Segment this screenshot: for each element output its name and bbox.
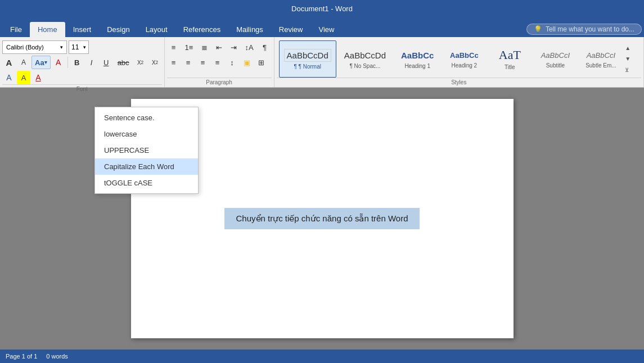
text-effects-button[interactable]: A [2, 71, 16, 84]
align-center-button[interactable]: ≡ [182, 56, 195, 69]
style-subtle-emphasis[interactable]: AaBbCcI Subtle Em... [578, 40, 623, 78]
align-left-button[interactable]: ≡ [167, 56, 181, 69]
tab-file[interactable]: File [2, 22, 30, 37]
word-count: 0 words [46, 353, 68, 360]
align-right-button[interactable]: ≡ [196, 56, 210, 69]
strikethrough-button[interactable]: abc [114, 56, 133, 69]
bold-button[interactable]: B [70, 56, 84, 69]
tab-mailings[interactable]: Mailings [228, 22, 271, 37]
page-indicator: Page 1 of 1 [6, 353, 37, 360]
ribbon-tabs-row: File Home Insert Design Layout Reference… [0, 17, 644, 37]
no-spacing-preview: AaBbCcDd [342, 49, 388, 61]
tab-review[interactable]: Review [271, 22, 311, 37]
normal-preview: AaBbCcDd [284, 49, 331, 62]
superscript-button[interactable]: X2 [148, 56, 162, 69]
font-section-label: Font [2, 84, 162, 93]
style-subtitle[interactable]: AaBbCcI Subtitle [533, 40, 578, 78]
text-highlight-button[interactable]: A [17, 71, 30, 84]
heading1-label: Heading 1 [404, 63, 430, 69]
title-label: Title [505, 64, 515, 70]
status-bar: Page 1 of 1 0 words [0, 350, 644, 363]
paragraph-section-label: Paragraph [167, 78, 272, 86]
tell-me-bar[interactable]: 💡 Tell me what you want to do... [526, 24, 642, 35]
font-size-value: 11 [71, 43, 79, 51]
style-heading1[interactable]: AaBbCc Heading 1 [394, 40, 441, 78]
heading1-preview: AaBbCc [399, 49, 436, 61]
tab-references[interactable]: References [175, 22, 228, 37]
font-grow-button[interactable]: A [2, 56, 16, 69]
ribbon-toolbar: Calibri (Body) ▾ 11 ▾ A A Aa▾ A B [0, 37, 644, 88]
font-name-arrow: ▾ [60, 44, 63, 50]
no-spacing-label: ¶ No Spac... [349, 63, 380, 69]
borders-button[interactable]: ⊞ [255, 56, 268, 69]
shading-button[interactable]: ▣ [240, 56, 254, 69]
styles-section-label: Styles [277, 78, 641, 86]
tab-design[interactable]: Design [99, 22, 137, 37]
bullets-button[interactable]: ≡ [167, 40, 181, 54]
font-size-arrow: ▾ [83, 44, 86, 50]
styles-scroll-arrows[interactable]: ▲ ▼ ⊻ [624, 40, 632, 78]
subtle-em-preview: AaBbCcI [584, 50, 618, 61]
font-section: Calibri (Body) ▾ 11 ▾ A A Aa▾ A B [0, 37, 165, 87]
subscript-button[interactable]: X2 [134, 56, 147, 69]
menu-item-capitalize-each-word[interactable]: Capitalize Each Word [95, 158, 198, 175]
divider [67, 57, 68, 68]
style-no-spacing[interactable]: AaBbCcDd ¶ No Spac... [337, 40, 393, 78]
menu-item-toggle-case[interactable]: tOGGLE cASE [95, 175, 198, 191]
app-window: Document1 - Word File Home Insert Design… [0, 0, 644, 363]
decrease-indent-button[interactable]: ⇤ [212, 40, 226, 54]
underline-button[interactable]: U [100, 56, 113, 69]
subtle-em-label: Subtle Em... [586, 62, 616, 69]
heading2-label: Heading 2 [452, 62, 478, 69]
font-name-dropdown[interactable]: Calibri (Body) ▾ [2, 40, 67, 54]
clear-formatting-button[interactable]: A [52, 56, 65, 69]
style-title[interactable]: AaT Title [487, 40, 532, 78]
font-color-button[interactable]: A [31, 71, 45, 84]
subtitle-preview: AaBbCcI [539, 50, 572, 61]
font-size-dropdown[interactable]: 11 ▾ [69, 40, 89, 54]
change-case-dropdown: Sentence case. lowercase UPPERCASE Capit… [94, 107, 199, 194]
styles-section: AaBbCcDd ¶ ¶ Normal AaBbCcDd ¶ No Spac..… [274, 37, 644, 87]
numbering-button[interactable]: 1≡ [182, 40, 197, 54]
font-shrink-button[interactable]: A [17, 56, 30, 69]
tab-view[interactable]: View [310, 22, 342, 37]
tab-home[interactable]: Home [30, 22, 65, 37]
title-preview: AaT [497, 48, 523, 62]
style-normal[interactable]: AaBbCcDd ¶ ¶ Normal [279, 40, 336, 78]
document-title: Document1 - Word [291, 4, 353, 13]
italic-button[interactable]: I [85, 56, 98, 69]
tab-insert[interactable]: Insert [65, 22, 100, 37]
menu-item-sentence-case[interactable]: Sentence case. [95, 110, 198, 126]
justify-button[interactable]: ≡ [211, 56, 224, 69]
normal-label: ¶ ¶ Normal [294, 63, 321, 70]
tab-layout[interactable]: Layout [138, 22, 175, 37]
selected-text-block: Chuyển trực tiếp chức năng có sẵn trên W… [224, 208, 419, 229]
heading2-preview: AaBbCc [448, 50, 481, 61]
title-bar: Document1 - Word [0, 0, 644, 17]
ribbon-tabs: File Home Insert Design Layout Reference… [2, 22, 342, 37]
menu-item-uppercase[interactable]: UPPERCASE [95, 142, 198, 158]
subtitle-label: Subtitle [546, 62, 565, 69]
paragraph-section: ≡ 1≡ ≣ ⇤ ⇥ ↕A ¶ ≡ ≡ ≡ ≡ ↕ ▣ ⊞ [165, 37, 274, 87]
change-case-button[interactable]: Aa▾ [31, 56, 51, 69]
style-heading2[interactable]: AaBbCc Heading 2 [442, 40, 487, 78]
sort-button[interactable]: ↕A [241, 40, 256, 54]
tell-me-text: Tell me what you want to do... [546, 25, 634, 33]
lightbulb-icon: 💡 [534, 25, 542, 33]
font-name-value: Calibri (Body) [6, 44, 44, 51]
show-formatting-button[interactable]: ¶ [258, 40, 272, 54]
menu-item-lowercase[interactable]: lowercase [95, 126, 198, 142]
increase-indent-button[interactable]: ⇥ [227, 40, 240, 54]
line-spacing-button[interactable]: ↕ [226, 56, 239, 69]
multilevel-list-button[interactable]: ≣ [197, 40, 211, 54]
